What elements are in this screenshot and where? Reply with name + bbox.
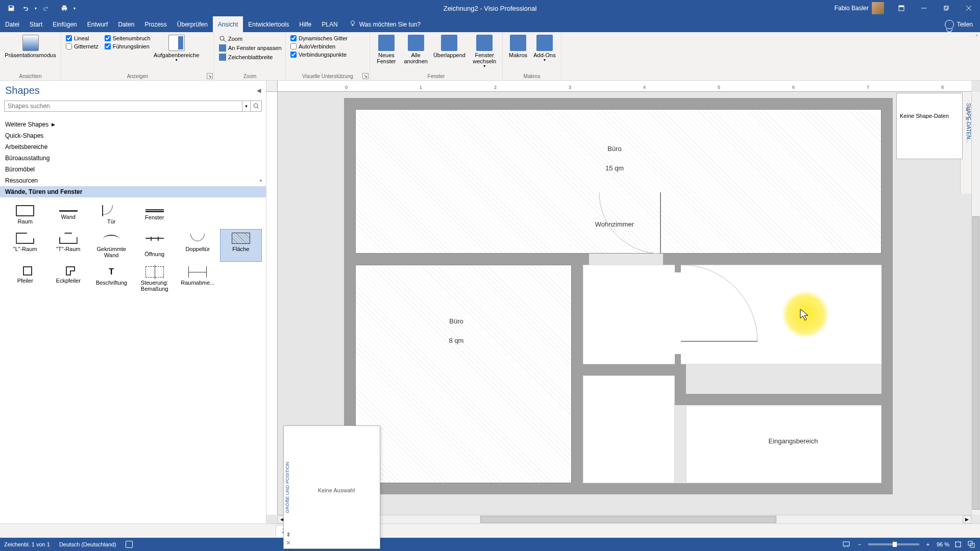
close-icon[interactable] [958, 0, 980, 16]
fit-page-icon[interactable] [953, 540, 963, 549]
vertical-scrollbar[interactable] [971, 92, 980, 515]
presentation-mode-button[interactable]: Präsentationsmodus [3, 34, 59, 59]
shapes-search-dropdown[interactable]: ▼ [242, 101, 250, 111]
room-small[interactable] [583, 375, 675, 483]
horizontal-ruler[interactable]: 0 1 2 3 4 5 6 7 8 [278, 81, 971, 92]
taskpanes-button[interactable]: Aufgabenbereiche ▼ [154, 34, 199, 63]
pin-icon[interactable]: ⬍ [965, 106, 969, 113]
zoom-out-icon[interactable]: − [855, 540, 864, 549]
addons-button[interactable]: Add-Ons▼ [532, 34, 557, 63]
minimize-icon[interactable] [913, 0, 935, 16]
ribbon-display-options-icon[interactable] [890, 0, 913, 16]
tell-me-search[interactable]: Was möchten Sie tun? [349, 16, 421, 32]
zoom-thumb[interactable] [893, 542, 897, 547]
undo-dropdown-icon[interactable]: ▼ [33, 1, 39, 15]
visual-launcher[interactable]: ↘ [362, 73, 369, 79]
share-button[interactable]: Teilen [945, 16, 980, 32]
pan-zoom-icon[interactable] [967, 540, 976, 549]
presentation-view-icon[interactable] [842, 540, 851, 549]
redo-icon[interactable] [39, 1, 53, 15]
zoom-level[interactable]: 96 % [937, 541, 949, 547]
shape-area[interactable]: Fläche [220, 229, 262, 262]
shape-door[interactable]: Tür [90, 202, 133, 228]
check-grid[interactable]: Gitternetz [64, 43, 100, 50]
maximize-icon[interactable] [935, 0, 958, 16]
close-icon[interactable]: ✕ [965, 115, 969, 122]
menu-review[interactable]: Überprüfen [172, 16, 213, 32]
wall[interactable] [344, 483, 893, 494]
status-page[interactable]: Zeichenbl. 1 von 1 [4, 541, 50, 547]
drawing-canvas[interactable]: Büro 15 qm Wohnzimmer Büro 8 qm [278, 92, 971, 515]
macros-button[interactable]: Makros [505, 34, 531, 59]
macro-record-icon[interactable] [126, 541, 133, 548]
wall[interactable] [675, 394, 893, 405]
user-name[interactable]: Fabio Basler [835, 5, 869, 12]
status-language[interactable]: Deutsch (Deutschland) [59, 541, 116, 547]
qat-customize-icon[interactable]: ▼ [71, 1, 78, 15]
check-autoconnect[interactable]: AutoVerbinden [289, 43, 349, 50]
horizontal-scrollbar[interactable]: ◀ ▶ [278, 515, 971, 523]
vertical-ruler[interactable] [266, 92, 278, 515]
door-swing-1[interactable] [589, 192, 666, 261]
wall[interactable] [881, 98, 893, 261]
shape-l-room[interactable]: "L"-Raum [4, 229, 46, 262]
door-swing-2[interactable] [681, 265, 768, 352]
shape-room-dimensions[interactable]: Raumabme... [177, 263, 219, 295]
close-icon[interactable]: ✕ [286, 539, 291, 546]
fit-window-button[interactable]: An Fenster anpassen [217, 44, 283, 52]
check-connection-points[interactable]: Verbindungspunkte [289, 51, 349, 58]
shape-double-door[interactable]: Doppeltür [177, 229, 219, 262]
wall[interactable] [572, 261, 583, 493]
menu-data[interactable]: Daten [113, 16, 139, 32]
chevron-down-icon[interactable]: ▼ [259, 179, 263, 183]
scroll-thumb[interactable] [480, 516, 776, 523]
menu-file[interactable]: Datei [0, 16, 24, 32]
arrange-all-button[interactable]: Alle anordnen [402, 34, 430, 65]
menu-design[interactable]: Entwurf [82, 16, 113, 32]
check-guides[interactable]: Führungslinien [103, 43, 152, 50]
zoom-in-icon[interactable]: + [923, 540, 933, 549]
wall[interactable] [344, 98, 893, 109]
zoom-button[interactable]: Zoom [217, 35, 283, 43]
shape-window[interactable]: Fenster [134, 202, 176, 228]
wall[interactable] [583, 364, 685, 375]
shape-wall[interactable]: Wand [47, 202, 90, 228]
zoom-slider[interactable] [868, 543, 919, 545]
undo-icon[interactable] [18, 1, 33, 15]
wall[interactable] [344, 98, 355, 261]
stencil-quick[interactable]: Quick-Shapes [0, 130, 266, 141]
stencil-equipment[interactable]: Büroausstattung [0, 153, 266, 164]
new-window-button[interactable]: Neues Fenster [372, 34, 401, 65]
shape-curved-wall[interactable]: Gekrümmte Wand [90, 229, 133, 262]
size-position-panel[interactable]: GRÖẞE UND POSITION Keine Auswahl ⬍ ✕ [283, 425, 380, 549]
wall[interactable] [881, 261, 893, 493]
stencil-more-shapes[interactable]: Weitere Shapes▶ [0, 119, 266, 130]
stencil-resources[interactable]: Ressourcen▼ [0, 175, 266, 186]
cascade-button[interactable]: Überlappend [431, 34, 468, 59]
shape-dimension-control[interactable]: Steuerung: Bemaßung [134, 263, 176, 295]
shape-pillar[interactable]: Pfeiler [4, 263, 46, 295]
pin-icon[interactable]: ⬍ [286, 531, 291, 538]
wall[interactable] [344, 254, 589, 265]
check-dynamic-grid[interactable]: Dynamisches Gitter [289, 35, 349, 42]
shape-t-room[interactable]: "T"-Raum [47, 229, 90, 262]
stencil-walls-doors-windows[interactable]: Wände, Türen und Fenster [0, 186, 266, 197]
shape-label[interactable]: Beschriftung [90, 263, 133, 295]
shape-opening[interactable]: Öffnung [134, 229, 176, 262]
menu-help[interactable]: Hilfe [294, 16, 316, 32]
wall[interactable] [663, 254, 893, 265]
save-icon[interactable] [4, 1, 18, 15]
page-width-button[interactable]: Zeichenblattbreite [217, 53, 283, 61]
menu-view[interactable]: Ansicht [213, 16, 243, 32]
shapes-collapse-icon[interactable]: ◀ [257, 87, 261, 94]
scroll-thumb[interactable] [972, 216, 979, 510]
user-avatar[interactable] [872, 2, 884, 14]
wall-stub[interactable] [675, 261, 681, 272]
collapse-ribbon-icon[interactable]: ˄ [975, 34, 978, 40]
print-icon[interactable] [57, 1, 71, 15]
shape-corner-pillar[interactable]: Eckpfeiler [47, 263, 90, 295]
menu-start[interactable]: Start [24, 16, 47, 32]
room-office-2[interactable] [355, 265, 572, 483]
stencil-furniture[interactable]: Büromöbel [0, 164, 266, 175]
menu-process[interactable]: Prozess [139, 16, 172, 32]
